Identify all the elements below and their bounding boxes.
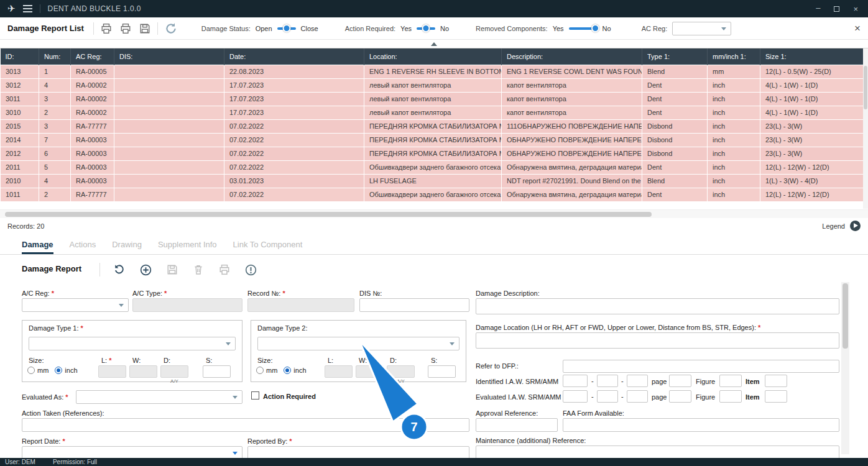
table-row[interactable]: 3010 2 RA-00002 17.07.2023 левый капот в… — [1, 106, 864, 119]
table-row[interactable]: 2011 5 RA-00003 07.02.2022 Обшивкадвери … — [1, 160, 864, 174]
tab-supplement-info[interactable]: Supplement Info — [158, 240, 217, 254]
evaluated-srm-section-field[interactable] — [597, 390, 618, 403]
ac-reg-filter-select[interactable] — [672, 22, 731, 35]
print-all-button[interactable] — [119, 22, 132, 35]
identified-srm-subject-field[interactable] — [627, 375, 648, 387]
report-date-picker[interactable] — [22, 446, 242, 458]
mm-radio[interactable] — [256, 367, 264, 374]
evaluated-srm-subject-field[interactable] — [627, 390, 648, 403]
damage-description-field[interactable] — [476, 298, 839, 314]
action-taken-field[interactable] — [22, 418, 469, 432]
col-header-location[interactable]: Location: — [364, 48, 502, 65]
save-record-button[interactable] — [165, 263, 179, 276]
table-row[interactable]: 2014 7 RA-00003 07.02.2022 ПЕРЕДНЯЯ КРОМ… — [1, 133, 864, 147]
col-header-size1[interactable]: Size 1: — [760, 48, 864, 65]
print-record-button[interactable] — [218, 263, 231, 276]
tab-actions[interactable]: Actions — [70, 240, 96, 254]
status-user: User: DEM — [5, 459, 35, 465]
toggle-option-open[interactable]: Open — [256, 25, 272, 32]
tab-damage[interactable]: Damage — [22, 240, 53, 254]
toggle-option-yes[interactable]: Yes — [553, 25, 564, 32]
identified-srm-chapter-field[interactable] — [563, 375, 588, 387]
col-header-type1[interactable]: Type 1: — [642, 48, 708, 65]
damage-location-field[interactable] — [476, 332, 839, 349]
table-row[interactable]: 2010 4 RA-00003 03.01.2023 LH FUSELAGE N… — [1, 174, 864, 188]
grid-vertical-scrollbar[interactable] — [863, 48, 868, 209]
tab-link-to-component[interactable]: Link To Component — [233, 240, 303, 254]
inch-radio[interactable] — [284, 367, 291, 374]
cell-num: 6 — [39, 147, 71, 160]
identified-page-field[interactable] — [669, 375, 691, 387]
export-save-button[interactable] — [138, 22, 152, 35]
faa-form-field[interactable] — [563, 418, 839, 432]
action-required-toggle[interactable] — [417, 24, 435, 32]
mm-radio-label[interactable]: mm — [266, 367, 277, 374]
grid-horizontal-scrollbar[interactable] — [0, 209, 868, 218]
form-vertical-scrollbar[interactable] — [841, 282, 849, 454]
collapse-up-icon[interactable] — [431, 42, 437, 46]
table-row[interactable]: 1011 2 RA-77777 07.02.2022 Обшивкадвери … — [1, 188, 864, 201]
add-record-button[interactable] — [139, 263, 153, 277]
approval-reference-field[interactable] — [476, 418, 558, 432]
damage-type-1-select[interactable] — [29, 337, 236, 350]
action-required-checkbox[interactable] — [251, 391, 259, 400]
refresh-button[interactable] — [164, 21, 178, 36]
removed-components-toggle[interactable] — [569, 24, 598, 32]
print-button[interactable] — [99, 22, 113, 35]
minimize-button[interactable]: – — [816, 5, 820, 13]
legend-button[interactable] — [850, 221, 861, 231]
evaluated-page-field[interactable] — [669, 390, 691, 403]
col-header-mm-inch1[interactable]: mm/inch 1: — [708, 48, 760, 65]
size-l-field — [325, 365, 353, 378]
restore-button[interactable] — [834, 5, 839, 13]
size-s-field[interactable] — [428, 365, 456, 378]
scrollbar-thumb[interactable] — [5, 212, 652, 217]
identified-item-field[interactable] — [765, 375, 787, 387]
evaluated-figure-field[interactable] — [719, 390, 742, 403]
ac-reg-select[interactable] — [22, 298, 129, 312]
toggle-option-no[interactable]: No — [603, 25, 611, 32]
mm-radio[interactable] — [27, 367, 35, 374]
table-row[interactable]: 3012 4 RA-00002 17.07.2023 левый капот в… — [1, 78, 864, 92]
evaluated-as-select[interactable] — [76, 390, 242, 404]
toggle-option-yes[interactable]: Yes — [400, 25, 412, 32]
close-panel-button[interactable]: × — [854, 23, 861, 34]
col-header-description[interactable]: Description: — [502, 48, 642, 65]
table-row[interactable]: 2012 6 RA-00003 07.02.2022 ПЕРЕДНЯЯ КРОМ… — [1, 147, 864, 160]
identified-figure-field[interactable] — [719, 375, 742, 387]
cell-id: 2010 — [1, 174, 39, 188]
table-row[interactable]: 3011 3 RA-00002 17.07.2023 левый капот в… — [1, 92, 864, 106]
col-header-ac-reg[interactable]: AC Reg: — [71, 48, 114, 65]
close-window-button[interactable]: × — [853, 5, 858, 13]
dis-no-field[interactable] — [359, 298, 469, 312]
refer-to-dfp-field[interactable] — [563, 360, 839, 373]
inch-radio[interactable] — [55, 367, 62, 374]
identified-srm-section-field[interactable] — [597, 375, 618, 387]
col-header-date[interactable]: Date: — [224, 48, 364, 65]
scrollbar-thumb[interactable] — [843, 283, 848, 349]
size-s-field[interactable] — [203, 365, 231, 378]
cell-type1: Disbond — [642, 147, 708, 160]
delete-record-button[interactable] — [192, 263, 205, 276]
hamburger-menu-icon[interactable] — [23, 5, 32, 12]
undo-button[interactable] — [113, 263, 126, 276]
tab-drawing[interactable]: Drawing — [112, 240, 142, 254]
col-header-id[interactable]: ID: — [1, 48, 39, 65]
inch-radio-label[interactable]: inch — [65, 367, 77, 374]
maintenance-reference-field[interactable] — [476, 445, 839, 458]
damage-type-2-select[interactable] — [257, 337, 459, 350]
info-button[interactable] — [244, 263, 258, 277]
damage-status-toggle[interactable] — [277, 24, 296, 32]
inch-radio-label[interactable]: inch — [293, 367, 306, 374]
evaluated-item-field[interactable] — [765, 390, 787, 403]
scrollbar-thumb[interactable] — [864, 66, 867, 109]
table-row[interactable]: 2015 3 RA-77777 07.02.2022 ПЕРЕДНЯЯ КРОМ… — [1, 119, 864, 133]
col-header-num[interactable]: Num: — [39, 48, 71, 65]
toggle-option-close[interactable]: Close — [301, 25, 318, 32]
evaluated-srm-chapter-field[interactable] — [563, 390, 588, 403]
reported-by-field[interactable] — [247, 446, 469, 458]
mm-radio-label[interactable]: mm — [37, 367, 48, 374]
toggle-option-no[interactable]: No — [440, 25, 449, 32]
table-row[interactable]: 3013 1 RA-00005 22.08.2023 ENG 1 REVERSE… — [1, 65, 864, 78]
col-header-dis[interactable]: DIS: — [114, 48, 224, 65]
